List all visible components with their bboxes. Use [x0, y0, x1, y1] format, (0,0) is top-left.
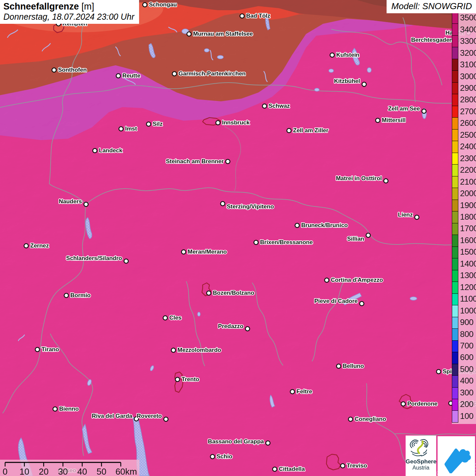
city-marker: Mittersill	[376, 117, 406, 123]
city-label: Matrei in Osttirol	[336, 175, 382, 182]
city-marker: Reutte	[116, 72, 140, 79]
city-dot	[325, 278, 329, 283]
scale-bar-value: 20	[39, 466, 49, 476]
city-dot	[348, 417, 353, 422]
legend-value: 1400	[460, 260, 476, 268]
city-label: Zell am See	[388, 105, 420, 112]
legend-value: 800	[460, 330, 473, 339]
city-marker: Kitzbühel	[334, 78, 367, 86]
city-dot	[384, 179, 388, 183]
scale-bar-labels: 0102030405060km	[3, 466, 137, 476]
city-label: Bassano del Grappa	[208, 438, 264, 445]
legend-value: 3400	[460, 26, 476, 34]
city-dot	[210, 455, 215, 459]
city-marker: Imst	[119, 125, 137, 132]
city-label: Berchtesgaden	[411, 37, 453, 43]
city-label: Zernez	[30, 242, 49, 249]
city-marker: Bienno	[53, 406, 79, 412]
map-datetime: Donnerstag, 18.07.2024 23:00 Uhr	[3, 12, 134, 22]
city-dot	[254, 240, 258, 245]
city-marker: Cittadella	[273, 466, 305, 472]
city-marker: Bad Tölz	[240, 13, 270, 19]
scale-bar-ticks	[5, 462, 121, 466]
legend-segment	[452, 340, 458, 352]
city-label: Mezzolombardo	[177, 347, 221, 353]
city-label: Murnau am Staffelsee	[193, 31, 253, 37]
title-parameter: Schneefallgrenze	[3, 1, 79, 12]
city-label: Bruneck/Brunico	[301, 222, 348, 228]
legend-value: 300	[460, 389, 473, 397]
city-marker: Sonthofen	[52, 67, 87, 73]
city-marker: Steinach am Brenner	[166, 158, 230, 165]
legend-value: 1000	[460, 307, 476, 315]
city-dot	[376, 118, 380, 123]
city-marker: Meran/Merano	[182, 249, 227, 255]
city-label: Landeck	[99, 147, 123, 154]
legend-value: 3200	[460, 49, 476, 57]
city-marker: Kufstein	[330, 52, 359, 58]
city-marker: Bruneck/Brunico	[295, 222, 348, 228]
legend-segment	[452, 247, 458, 258]
city-dot	[287, 129, 291, 133]
city-marker: Murnau am Staffelsee	[187, 31, 253, 37]
legend-segment	[452, 410, 458, 422]
city-label: Zell am Ziller	[293, 127, 328, 134]
legend-segment	[452, 375, 458, 387]
city-label: Belluno	[343, 363, 364, 369]
city-label: Meran/Merano	[188, 249, 227, 255]
city-dot	[415, 215, 419, 220]
city-marker: Conegliano	[348, 416, 386, 422]
legend-value: 1900	[460, 201, 476, 210]
legend-value: 1800	[460, 213, 476, 221]
city-dot	[24, 244, 29, 248]
city-label: Schlanders/Silandro	[66, 255, 122, 261]
legend-value: 700	[460, 342, 473, 350]
scale-bar-value: 60km	[115, 466, 137, 476]
city-dot	[163, 316, 168, 320]
legend-value: 500	[460, 365, 473, 374]
city-dot	[116, 74, 121, 78]
city-dot	[221, 202, 225, 206]
city-dot	[262, 104, 267, 108]
city-label: Kitzbühel	[334, 78, 360, 84]
city-marker: Cles	[163, 314, 182, 321]
city-dot	[240, 14, 244, 18]
city-label: Schongau	[149, 1, 177, 8]
city-dot	[172, 72, 177, 76]
city-label: Bad Tölz	[246, 13, 270, 19]
city-label: Feltre	[296, 388, 312, 395]
geosphere-logo-box: GeoSphere Austria	[406, 436, 436, 476]
city-marker: Rovereto	[137, 413, 168, 421]
city-dot	[366, 233, 371, 238]
legend-segment	[452, 164, 458, 176]
legend-segment	[452, 70, 458, 82]
weather-map-product: SchongauBad TölzKemptenMurnau am Staffel…	[0, 0, 476, 476]
legend-segment	[452, 82, 458, 94]
city-dot	[182, 250, 186, 254]
legend-value: 1600	[460, 236, 476, 245]
legend-value: 2900	[460, 84, 476, 92]
legend-value: 2300	[460, 154, 476, 163]
legend-segment	[452, 47, 458, 58]
legend-value: 600	[460, 353, 473, 362]
city-marker: Trento	[175, 376, 199, 382]
city-marker: Tirano	[35, 346, 59, 353]
legend-color-bar	[452, 12, 458, 423]
legend-segment	[452, 117, 458, 129]
legend-segment	[452, 293, 458, 305]
city-dot	[64, 293, 69, 298]
city-dot	[266, 441, 270, 445]
scale-bar-value: 40	[77, 466, 87, 476]
legend-segment	[452, 258, 458, 270]
legend-segment	[452, 387, 458, 399]
city-label: Schio	[217, 453, 232, 460]
city-marker: Zernez	[24, 242, 49, 249]
legend-value: 2800	[460, 96, 476, 104]
mountain-cloud-logo-icon	[440, 439, 473, 473]
city-label: Cles	[169, 314, 182, 321]
city-label: Reutte	[122, 72, 140, 79]
city-label: Imst	[125, 125, 137, 132]
city-label: Cittadella	[279, 466, 305, 472]
legend-value: 1700	[460, 224, 476, 233]
legend-segment	[452, 364, 458, 375]
